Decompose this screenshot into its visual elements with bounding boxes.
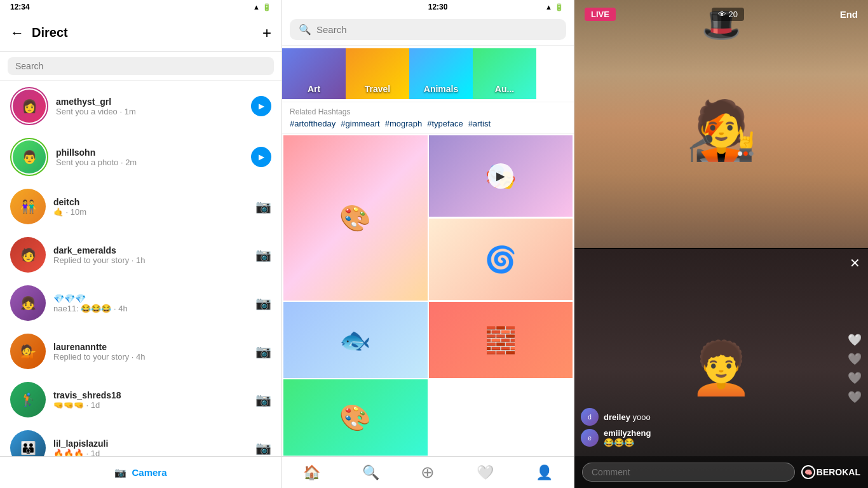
list-item[interactable]: 👧 💎💎💎 nae11: 😂😂😂 · 4h 📷 (0, 279, 281, 327)
end-button[interactable]: End (840, 9, 858, 20)
heart-icon-1[interactable]: 🤍 (848, 333, 862, 347)
message-username: travis_shreds18 (53, 390, 248, 400)
grid-item[interactable]: 🧱 (429, 302, 573, 378)
message-content: lil_lapislazuli 🔥🔥🔥 · 1d (53, 438, 248, 457)
avatar-wrapper: 👩 (10, 87, 48, 125)
status-time-left: 12:34 (10, 3, 30, 11)
comment-text-2: emiilyzheng 😂😂😂 (604, 428, 651, 447)
message-content: phillsohn Sent you a photo · 2m (56, 147, 243, 167)
list-item[interactable]: 🏌 travis_shreds18 🤜🤜🤜 · 1d 📷 (0, 376, 281, 424)
avatar-ring-green: 👨 (10, 138, 48, 176)
category-travel[interactable]: Travel (346, 48, 409, 99)
grid-item[interactable]: 🎭 ▶ (429, 135, 573, 217)
play-button[interactable]: ▶ (251, 96, 271, 116)
camera-icon: 📷 (255, 441, 271, 455)
signal-icons-left: ▲ 🔋 (253, 3, 271, 11)
avatar: 👫 (10, 189, 46, 224)
category-label-animals: Animals (424, 84, 458, 94)
comment-row: d dreiley yooo (581, 408, 830, 426)
message-username: phillsohn (56, 147, 243, 158)
search-icon: 🔍 (299, 24, 311, 36)
category-art[interactable]: Art (282, 48, 346, 99)
message-preview: Sent you a video · 1m (56, 107, 243, 116)
nav-add-icon[interactable]: ⊕ (421, 463, 435, 482)
list-item[interactable]: 👩 amethyst_grl Sent you a video · 1m ▶ (0, 81, 281, 132)
berokal-logo: 🧠 BEROKAL (801, 465, 860, 479)
list-item[interactable]: 👨 phillsohn Sent you a photo · 2m ▶ (0, 132, 281, 182)
play-overlay: ▶ (488, 163, 513, 189)
category-auto[interactable]: Au... (473, 48, 536, 99)
grid-item[interactable]: 🐟 (283, 302, 428, 378)
bottom-bar-left[interactable]: 📷 Camera (0, 456, 281, 488)
message-preview: 🤜🤜🤜 · 1d (53, 400, 248, 410)
nav-search-icon[interactable]: 🔍 (362, 464, 379, 481)
eye-icon: 👁 (718, 10, 726, 19)
list-item[interactable]: 🧑 dark_emeralds Replied to your story · … (0, 231, 281, 279)
back-button[interactable]: ← (10, 25, 24, 41)
category-animals[interactable]: Animals (409, 48, 473, 99)
hashtag-gimmeart[interactable]: #gimmeart (341, 119, 379, 128)
grid-item[interactable]: 🌀 (429, 219, 573, 300)
list-item[interactable]: 👫 deitch 🤙 · 10m 📷 (0, 182, 281, 231)
search-input[interactable] (316, 24, 557, 35)
grid-item[interactable]: 🎨 (283, 135, 428, 301)
nav-home-icon[interactable]: 🏠 (303, 464, 320, 481)
search-panel: 12:30 ▲ 🔋 🔍 Art Travel Animals (282, 0, 574, 488)
message-action: ▶ (251, 147, 271, 167)
live-panel: LIVE 👁 20 End 🎩 🧑‍🎤 🧑‍🦱 ✕ 🤍 🤍 🤍 (574, 0, 868, 488)
signal-icons-mid: ▲ 🔋 (545, 3, 564, 11)
status-bar-left: 12:34 ▲ 🔋 (0, 0, 281, 14)
top-video: 🎩 🧑‍🎤 (574, 0, 868, 248)
bottom-nav: 🏠 🔍 ⊕ 🤍 👤 (282, 456, 574, 488)
list-item[interactable]: 👪 lil_lapislazuli 🔥🔥🔥 · 1d 📷 (0, 424, 281, 456)
category-row: Art Travel Animals Au... (282, 46, 574, 102)
hashtag-typeface[interactable]: #typeface (427, 119, 463, 128)
comments-section: d dreiley yooo e emiilyzheng 😂😂😂 (581, 408, 830, 450)
comment-input-bar: 🧠 BEROKAL (574, 456, 868, 488)
avatar-ring: 👩 (10, 87, 48, 125)
avatar: 👧 (10, 285, 46, 321)
hashtags-row: #artoftheday #gimmeart #mograph #typefac… (290, 119, 566, 128)
message-preview: nae11: 😂😂😂 · 4h (53, 304, 248, 313)
heart-icon-3[interactable]: 🤍 (848, 371, 862, 385)
category-label-auto: Au... (495, 84, 514, 94)
camera-action: 📷 (255, 199, 271, 214)
close-button[interactable]: ✕ (850, 255, 860, 271)
hearts-sidebar: 🤍 🤍 🤍 🤍 (848, 333, 862, 404)
camera-icon: 📷 (255, 200, 271, 214)
viewer-count: 👁 20 (712, 8, 744, 21)
comment-text-1: dreiley yooo (604, 412, 651, 422)
hashtag-mograph[interactable]: #mograph (385, 119, 423, 128)
nav-heart-icon[interactable]: 🤍 (477, 464, 494, 481)
message-action: ▶ (251, 96, 271, 116)
camera-icon: 📷 (255, 296, 271, 310)
avatar: 👪 (10, 430, 46, 456)
category-label-art: Art (308, 84, 320, 94)
message-preview: 🔥🔥🔥 · 1d (53, 449, 248, 457)
message-username: dark_emeralds (53, 245, 248, 255)
list-item[interactable]: 💁 laurenanntte Replied to your story · 4… (0, 327, 281, 376)
play-button[interactable]: ▶ (251, 147, 271, 167)
grid-item[interactable]: 🎨 (283, 379, 428, 456)
message-preview: Replied to your story · 1h (53, 255, 248, 265)
comment-row: e emiilyzheng 😂😂😂 (581, 428, 830, 447)
message-username: laurenanntte (53, 342, 248, 352)
camera-action: 📷 (255, 344, 271, 359)
hashtag-artoftheday[interactable]: #artoftheday (290, 119, 336, 128)
commenter-name-2: emiilyzheng (604, 428, 651, 438)
heart-icon-2[interactable]: 🤍 (848, 352, 862, 366)
comment-input[interactable] (582, 463, 795, 482)
message-username: amethyst_grl (56, 97, 243, 107)
compose-button[interactable]: + (262, 24, 271, 42)
nav-profile-icon[interactable]: 👤 (536, 464, 553, 481)
message-preview: Sent you a photo · 2m (56, 158, 243, 167)
left-search-input[interactable] (8, 57, 274, 75)
message-username: 💎💎💎 (53, 294, 248, 304)
left-search-container (0, 52, 281, 81)
hashtags-section: Related Hashtags #artoftheday #gimmeart … (282, 102, 574, 134)
bottom-video: 🧑‍🦱 ✕ 🤍 🤍 🤍 🤍 d dreiley yooo e em (574, 249, 868, 488)
heart-icon-4[interactable]: 🤍 (848, 390, 862, 404)
camera-blue-icon: 📷 (114, 467, 126, 478)
live-badge: LIVE (585, 8, 616, 21)
hashtag-artist[interactable]: #artist (468, 119, 491, 128)
